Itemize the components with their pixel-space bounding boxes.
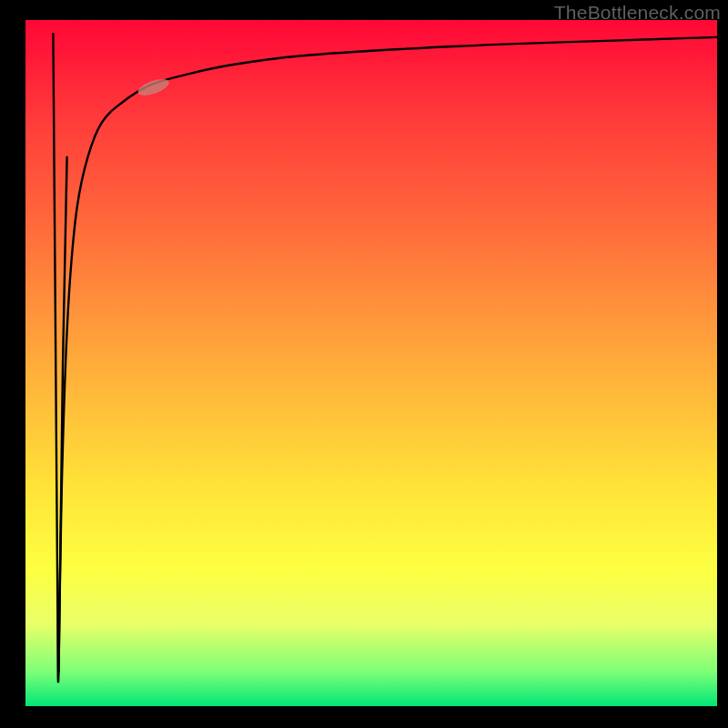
chart-frame: TheBottleneck.com: [0, 0, 728, 728]
main-curve-line: [58, 37, 717, 672]
curve-layer: [0, 0, 728, 728]
watermark-text: TheBottleneck.com: [554, 2, 721, 24]
